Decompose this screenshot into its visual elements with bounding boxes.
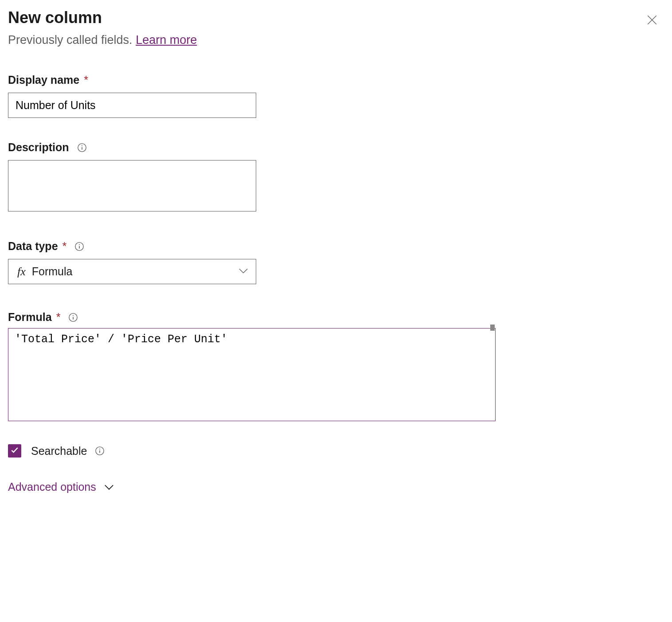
panel-header: New column Previously called fields. Lea…	[8, 8, 664, 47]
description-input[interactable]	[8, 160, 256, 211]
description-label-text: Description	[8, 141, 69, 154]
data-type-select-wrap: fx Formula	[8, 259, 256, 284]
panel-title: New column	[8, 8, 197, 27]
data-type-label-text: Data type	[8, 240, 58, 253]
formula-group: Formula *	[8, 311, 664, 423]
info-icon[interactable]	[74, 242, 84, 251]
display-name-input[interactable]	[8, 93, 256, 118]
learn-more-link[interactable]: Learn more	[136, 33, 197, 47]
formula-input[interactable]	[8, 328, 496, 421]
close-icon	[646, 14, 658, 27]
data-type-group: Data type * fx Formula	[8, 240, 664, 284]
display-name-label: Display name *	[8, 74, 664, 86]
searchable-checkbox[interactable]	[8, 444, 21, 458]
display-name-group: Display name *	[8, 74, 664, 118]
fx-icon: fx	[17, 265, 26, 278]
close-button[interactable]	[643, 11, 661, 31]
description-label: Description	[8, 141, 664, 154]
display-name-label-text: Display name	[8, 74, 79, 86]
formula-label-text: Formula	[8, 311, 52, 324]
data-type-label: Data type *	[8, 240, 664, 253]
subtitle-text: Previously called fields.	[8, 33, 136, 47]
scrollbar-thumb[interactable]	[490, 325, 495, 331]
info-icon[interactable]	[68, 313, 78, 322]
formula-label: Formula *	[8, 311, 664, 324]
svg-point-4	[82, 145, 82, 146]
advanced-options-label: Advanced options	[8, 481, 96, 493]
svg-point-7	[79, 244, 80, 245]
data-type-select[interactable]: fx Formula	[8, 259, 256, 284]
chevron-down-icon	[104, 484, 114, 490]
svg-point-10	[73, 315, 74, 316]
required-indicator: *	[84, 74, 88, 86]
check-icon	[10, 446, 19, 456]
header-text-block: New column Previously called fields. Lea…	[8, 8, 197, 47]
svg-point-13	[100, 449, 100, 450]
advanced-options-toggle[interactable]: Advanced options	[8, 481, 664, 493]
data-type-value: Formula	[32, 265, 73, 278]
required-indicator: *	[63, 240, 67, 253]
searchable-row: Searchable	[8, 444, 664, 458]
formula-editor-wrap	[8, 324, 496, 423]
searchable-label: Searchable	[31, 445, 87, 458]
info-icon[interactable]	[95, 446, 105, 456]
panel-subtitle: Previously called fields. Learn more	[8, 33, 197, 47]
description-group: Description	[8, 141, 664, 213]
info-icon[interactable]	[77, 143, 87, 153]
required-indicator: *	[56, 311, 61, 324]
